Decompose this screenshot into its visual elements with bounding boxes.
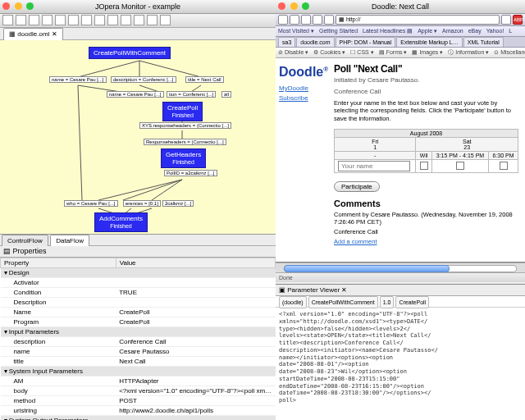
devbar-item[interactable]: ⓘ Information ▾ <box>448 49 489 55</box>
vote-checkbox[interactable] <box>500 162 508 170</box>
add-comment-link[interactable]: Add a comment <box>334 238 377 245</box>
property-name: uristring <box>1 406 116 416</box>
browser-tab[interactable]: sa3 <box>278 37 295 48</box>
col-property[interactable]: Property <box>1 258 116 268</box>
editor-tab-label: doodle.oml <box>17 30 49 38</box>
browser-tab[interactable]: PHP: DOM - Manual <box>336 37 396 48</box>
scrollbar-thumb[interactable] <box>284 265 450 272</box>
stop-button[interactable] <box>313 15 322 25</box>
search-button[interactable] <box>501 15 511 25</box>
properties-table[interactable]: PropertyValue ▾ DesignActivatorCondition… <box>0 258 276 420</box>
cal-time: 3:15 PM - 4:15 PM <box>431 152 488 160</box>
browser-tab[interactable]: XML Tutorial <box>463 37 504 48</box>
bookmark-item[interactable]: L <box>509 28 512 34</box>
property-value[interactable]: Conference Call <box>116 337 275 347</box>
toolbar-button[interactable] <box>107 15 118 25</box>
toolbar-button[interactable] <box>81 15 92 25</box>
breadcrumb-segment[interactable]: CreatePollWithComment <box>308 296 378 308</box>
tab-dataflow[interactable]: DataFlow <box>50 235 89 246</box>
browser-tab[interactable]: Extensible Markup L… <box>396 37 462 48</box>
bookmark-item[interactable]: Most Visited ▾ <box>278 28 314 34</box>
property-value[interactable]: Cesare Pautasso <box>116 347 275 357</box>
property-name: name <box>1 347 116 357</box>
col-value[interactable]: Value <box>116 258 275 268</box>
devbar-item[interactable]: ▦ Images ▾ <box>412 49 443 55</box>
toolbar-button[interactable] <box>147 15 158 25</box>
firefox-titlebar[interactable]: Doodle: Next Call <box>276 0 525 14</box>
devbar-item[interactable]: ▤ Forms ▾ <box>379 49 408 55</box>
adblock-icon[interactable]: ABP <box>513 15 523 25</box>
vote-checkbox[interactable] <box>456 162 464 170</box>
url-text: http:// <box>346 16 361 22</box>
edge-label: all <box>221 91 231 98</box>
link-subscribe[interactable]: Subscribe <box>279 94 324 102</box>
jopera-toolbar <box>0 14 276 28</box>
firefox-toolbar: ▦ http:// ABP <box>276 14 525 26</box>
workflow-canvas[interactable]: CreatePollWithComment name = Cesare Pau … <box>0 40 276 235</box>
devbar-item[interactable]: ⚙ Cookies ▾ <box>313 49 345 55</box>
property-value[interactable]: POST <box>116 396 275 406</box>
vote-checkbox[interactable] <box>420 162 428 170</box>
breadcrumb-segment[interactable]: (doodle) <box>279 296 307 308</box>
jopera-titlebar[interactable]: JOpera Monitor - example <box>0 0 276 14</box>
property-name: method <box>1 396 116 406</box>
tab-controlflow[interactable]: ControlFlow <box>2 235 48 246</box>
link-mydoodle[interactable]: MyDoodle <box>279 84 324 92</box>
property-value[interactable]: CreatePoll <box>116 317 275 327</box>
cal-day: Fri1 <box>335 138 416 152</box>
name-input[interactable] <box>338 161 410 171</box>
browser-tab[interactable]: doodle.com <box>296 37 334 48</box>
back-button[interactable] <box>278 15 288 25</box>
property-value[interactable]: CreatePoll <box>116 308 275 317</box>
property-value[interactable]: <?xml version="1.0" encoding="UTF-8"?><p… <box>116 386 275 396</box>
poll-subject: Conference Call <box>334 88 518 95</box>
participate-button[interactable]: Participate <box>334 181 380 192</box>
toolbar-button[interactable] <box>68 15 79 25</box>
toolbar-button[interactable] <box>160 15 171 25</box>
jopera-title: JOpera Monitor - example <box>0 0 276 13</box>
bookmark-item[interactable]: eBay <box>468 28 482 34</box>
toolbar-button[interactable] <box>42 15 52 25</box>
toolbar-button[interactable] <box>29 15 39 25</box>
property-category[interactable]: ▾ Input Parameters <box>1 327 276 337</box>
home-button[interactable] <box>324 15 334 25</box>
forward-button[interactable] <box>290 15 299 25</box>
parameter-xml[interactable]: <?xml version="1.0" encoding="UTF-8"?><p… <box>276 308 525 419</box>
property-value[interactable]: HTTPAdapter <box>116 377 275 386</box>
url-bar[interactable]: ▦ http:// <box>336 15 500 25</box>
bookmark-item[interactable]: Apple ▾ <box>418 28 437 34</box>
devbar-item[interactable]: ⊙ Miscellaneous ▾ <box>494 49 525 55</box>
devbar-item[interactable]: ⊘ Disable ▾ <box>278 49 308 55</box>
editor-tab[interactable]: ▦ doodle.oml ✕ <box>3 28 63 40</box>
node-createpoll[interactable]: CreatePollFinished <box>162 102 203 121</box>
bookmark-item[interactable]: Yahoo! <box>486 28 504 34</box>
node-label: CreatePollWithComment <box>94 49 166 57</box>
bookmark-item[interactable]: Latest Headlines ▤ <box>363 28 413 34</box>
bookmark-item[interactable]: Amazon <box>442 28 463 34</box>
property-value[interactable]: http://www2.doodle.ch/api1/polls <box>116 406 275 416</box>
node-addcomments[interactable]: AddCommentsFinished <box>94 212 148 232</box>
toolbar-button[interactable] <box>55 15 66 25</box>
breadcrumb-segment[interactable]: CreatePoll <box>395 296 429 308</box>
svg-line-2 <box>139 61 201 77</box>
property-value[interactable]: Next Call <box>116 357 275 367</box>
toolbar-button[interactable] <box>121 15 131 25</box>
property-category[interactable]: ▾ System Input Parameters <box>1 367 276 377</box>
breadcrumb-segment[interactable]: 1.0 <box>380 296 395 308</box>
node-getheaders[interactable]: GetHeadersFinished <box>161 148 206 168</box>
node-createpollwithcomment[interactable]: CreatePollWithComment <box>89 47 171 59</box>
toolbar-button[interactable] <box>16 15 26 25</box>
property-category[interactable]: ▾ System Output Parameters <box>1 416 276 421</box>
property-value[interactable] <box>116 298 275 308</box>
edge-label: tion = Conferenc [...] <box>167 91 216 98</box>
property-category[interactable]: ▾ Design <box>1 268 276 278</box>
horizontal-scrollbar[interactable] <box>276 262 525 272</box>
property-value[interactable] <box>116 278 275 288</box>
toolbar-button[interactable] <box>2 15 13 25</box>
property-value[interactable]: TRUE <box>116 288 275 298</box>
reload-button[interactable] <box>301 15 311 25</box>
toolbar-button[interactable] <box>134 15 144 25</box>
toolbar-button[interactable] <box>94 15 105 25</box>
bookmark-item[interactable]: Getting Started <box>319 28 358 34</box>
devbar-item[interactable]: ☐ CSS ▾ <box>350 49 373 55</box>
